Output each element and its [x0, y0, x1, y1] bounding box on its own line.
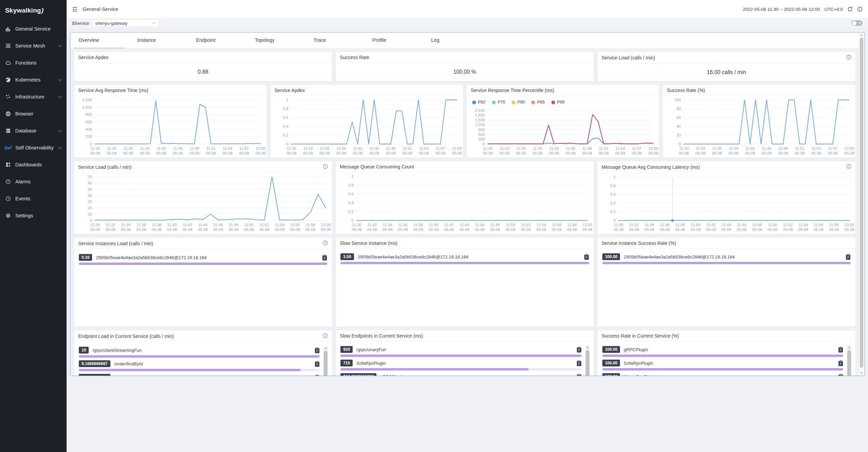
- tab-log[interactable]: Log: [423, 33, 482, 48]
- svg-text:05-08: 05-08: [223, 151, 232, 155]
- success-rate-chart-chart[interactable]: 02040608010011:3005-0811:3305-0811:3605-…: [663, 96, 855, 158]
- clipboard-icon[interactable]: [838, 374, 843, 376]
- svg-text:11:32: 11:32: [629, 223, 639, 227]
- card-body: 0.162905b05eae4e4ae3a2a5b538ce8c2846@172…: [74, 249, 332, 327]
- svg-text:05-08: 05-08: [675, 228, 685, 232]
- scroll-up-icon[interactable]: ▲: [323, 346, 328, 350]
- clipboard-icon[interactable]: [838, 346, 843, 353]
- list-scrollbar[interactable]: ▲: [847, 345, 851, 376]
- clipboard-icon[interactable]: [577, 374, 582, 376]
- tab-profile[interactable]: Profile: [364, 33, 423, 48]
- sidebar-item-service-mesh[interactable]: Service Mesh: [0, 37, 67, 54]
- message-queue-consuming-count-chart[interactable]: 00.20.40.60.8111:3005-0811:3205-0811:340…: [336, 172, 594, 234]
- sidebar-item-events[interactable]: Events: [0, 190, 67, 207]
- tab-trace[interactable]: Trace: [305, 33, 364, 48]
- svg-text:05-08: 05-08: [490, 228, 500, 232]
- bar-row-top: 9.1666666667/http/order/findById: [79, 374, 320, 376]
- value-badge: 100.00: [602, 360, 620, 366]
- info-icon[interactable]: [846, 164, 851, 170]
- svg-text:05-08: 05-08: [721, 228, 731, 232]
- scrollbar-thumb[interactable]: [324, 351, 327, 376]
- svg-text:05-08: 05-08: [778, 151, 788, 155]
- scroll-down-icon[interactable]: ▼: [859, 372, 864, 375]
- gear-icon: [5, 213, 11, 219]
- scrollbar-thumb[interactable]: [586, 350, 589, 376]
- bar-track: [602, 262, 851, 264]
- info-icon[interactable]: [323, 333, 328, 339]
- scroll-up-icon[interactable]: ▲: [847, 346, 851, 349]
- svg-text:70: 70: [88, 175, 92, 179]
- info-icon[interactable]: [323, 164, 328, 170]
- info-icon[interactable]: [846, 55, 851, 61]
- clipboard-icon[interactable]: [315, 347, 320, 354]
- refresh-icon[interactable]: [847, 6, 853, 12]
- svg-text:05-08: 05-08: [106, 228, 116, 232]
- service-apdex-chart-plot-svg: 00.20.40.60.8111:3005-0811:3305-0811:360…: [270, 96, 463, 158]
- message-queue-avg-consuming-latency-chart[interactable]: 00.20.40.60.8111:3005-0811:3205-0811:340…: [598, 173, 855, 234]
- service-apdex-chart-chart[interactable]: 00.20.40.60.8111:3005-0811:3305-0811:360…: [270, 96, 463, 158]
- list-scrollbar[interactable]: ▲: [585, 345, 590, 376]
- svg-text:11:36: 11:36: [123, 146, 133, 150]
- tab-instance[interactable]: Instance: [129, 33, 188, 48]
- clipboard-icon[interactable]: [315, 374, 320, 376]
- sidebar-item-label: Infrastructure: [15, 94, 58, 100]
- sidebar-item-infrastructure[interactable]: Infrastructure: [0, 88, 67, 105]
- clipboard-icon[interactable]: [322, 254, 327, 261]
- clipboard-icon[interactable]: [577, 360, 582, 366]
- legend-item-p50[interactable]: P50: [472, 100, 485, 105]
- legend-item-p75[interactable]: P75: [492, 100, 505, 105]
- service-select[interactable]: shenyu-gateway: [92, 19, 159, 27]
- clipboard-icon[interactable]: [838, 360, 843, 366]
- clipboard-icon[interactable]: [584, 254, 589, 260]
- service-load-chart-chart[interactable]: 01020304050607011:3005-0811:3205-0811:34…: [74, 173, 332, 234]
- tab-endpoint[interactable]: Endpoint: [188, 33, 247, 48]
- scrollbar-thumb[interactable]: [860, 38, 863, 368]
- clipboard-icon[interactable]: [846, 254, 851, 260]
- version-toggle[interactable]: V: [851, 20, 863, 26]
- svg-text:11:33: 11:33: [499, 146, 509, 150]
- topbar-right: 2022-05-08 11:30 ~ 2022-05-08 12:00 UTC+…: [743, 6, 863, 12]
- sw-logo-icon: Sw): [5, 145, 11, 151]
- legend-item-p99[interactable]: P99: [551, 100, 565, 105]
- list-scrollbar[interactable]: ▲: [323, 346, 328, 376]
- sidebar-item-alarms[interactable]: Alarms: [0, 173, 67, 190]
- legend-item-p95[interactable]: P95: [531, 100, 545, 105]
- svg-text:05-08: 05-08: [644, 228, 654, 232]
- sidebar-item-settings[interactable]: Settings: [0, 207, 67, 224]
- sidebar-collapse-icon[interactable]: [72, 7, 78, 12]
- svg-text:11:57: 11:57: [239, 146, 249, 150]
- app-logo[interactable]: Skywalking): [0, 0, 67, 20]
- svg-text:11:34: 11:34: [383, 223, 393, 227]
- info-icon[interactable]: [857, 6, 863, 12]
- clipboard-icon[interactable]: [577, 346, 582, 353]
- sidebar-item-kubernetes[interactable]: Kubernetes: [0, 71, 67, 88]
- service-instances-load-list: 0.162905b05eae4e4ae3a2a5b538ce8c2846@172…: [74, 249, 332, 327]
- sidebar-item-general-service[interactable]: General Service: [0, 20, 67, 37]
- scroll-up-icon[interactable]: ▲: [859, 34, 864, 37]
- sidebar-item-self-observability[interactable]: Sw)Self Observability: [0, 139, 67, 156]
- page-scrollbar[interactable]: ▲ ▼: [859, 33, 864, 375]
- time-range[interactable]: 2022-05-08 11:30 ~ 2022-05-08 12:00: [743, 7, 820, 12]
- legend-dot-icon: [551, 101, 555, 104]
- sidebar-item-functions[interactable]: Functions: [0, 54, 67, 71]
- svg-text:11:30: 11:30: [90, 146, 100, 150]
- legend-item-p90[interactable]: P90: [512, 100, 525, 105]
- service-response-time-percentile-chart[interactable]: 03006009001,2001,5001,8002,10011:3005-08…: [467, 106, 659, 158]
- svg-text:11:30: 11:30: [287, 146, 296, 150]
- legend-label: P90: [517, 100, 525, 105]
- card-body: 00.20.40.60.8111:3005-0811:3305-0811:360…: [270, 96, 463, 158]
- tab-topology[interactable]: Topology: [247, 33, 305, 48]
- svg-text:1,500: 1,500: [475, 118, 485, 122]
- sidebar-item-dashboards[interactable]: Dashboards: [0, 156, 67, 173]
- clipboard-icon[interactable]: [315, 361, 320, 367]
- svg-text:05-08: 05-08: [583, 228, 592, 232]
- info-icon[interactable]: [323, 240, 328, 247]
- sidebar-item-database[interactable]: Database: [0, 122, 67, 139]
- sidebar-item-browser[interactable]: Browser: [0, 105, 67, 122]
- scrollbar-thumb[interactable]: [847, 350, 851, 376]
- bar-label: /order/findById: [114, 361, 312, 366]
- service-avg-response-time-chart[interactable]: 02004006008001,0001,20011:3005-0811:3305…: [74, 96, 267, 158]
- bar-label: 2905b05eae4e4ae3a2a5b538ce8c2846@172.19.…: [96, 255, 319, 260]
- tab-overview[interactable]: Overview: [70, 33, 129, 48]
- scroll-up-icon[interactable]: ▲: [585, 346, 590, 349]
